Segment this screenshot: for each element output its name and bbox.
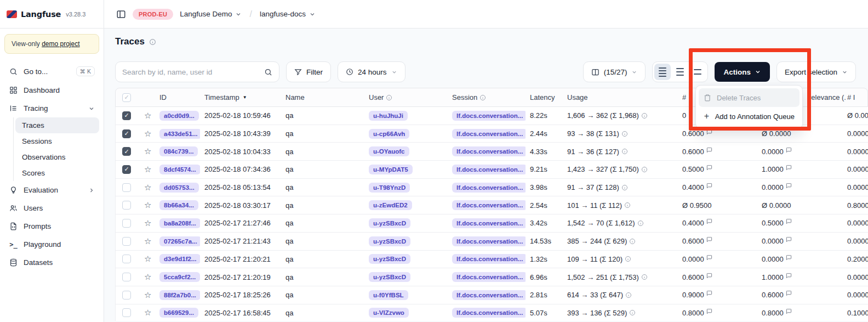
row-height-compact-button[interactable] xyxy=(654,64,671,80)
org-switcher[interactable]: Langfuse Demo xyxy=(180,10,242,18)
user-id-badge[interactable]: u-yzSBxcD xyxy=(369,236,410,246)
star-icon[interactable]: ☆ xyxy=(144,146,151,156)
row-checkbox[interactable]: ✓ xyxy=(122,129,131,138)
col-header-id[interactable]: ID xyxy=(155,93,200,101)
comment-icon[interactable] xyxy=(786,309,792,314)
row-height-medium-button[interactable] xyxy=(672,64,688,80)
session-id-badge[interactable]: lf.docs.conversation... xyxy=(452,165,526,174)
info-icon[interactable] xyxy=(621,184,628,191)
trace-row[interactable]: ☆b669529...2025-02-17 16:58:45qau-VIZzvw… xyxy=(115,304,868,321)
info-icon[interactable] xyxy=(625,256,631,262)
comment-icon[interactable] xyxy=(786,237,792,242)
trace-id-badge[interactable]: 5cca9cf2... xyxy=(159,272,200,282)
sidebar-item-playground[interactable]: >_ Playground xyxy=(4,235,99,253)
trace-id-badge[interactable]: 084c739... xyxy=(159,146,198,156)
star-icon[interactable]: ☆ xyxy=(144,111,151,121)
comment-icon[interactable] xyxy=(786,219,792,224)
trace-row[interactable]: ✓☆8dcf4574...2025-02-18 07:34:36qau-MYpD… xyxy=(115,161,868,179)
trace-id-badge[interactable]: d3e9d1f2... xyxy=(159,254,200,264)
trace-id-badge[interactable]: b669529... xyxy=(159,308,198,318)
row-checkbox[interactable] xyxy=(122,201,131,210)
star-icon[interactable]: ☆ xyxy=(144,129,151,139)
comment-icon[interactable] xyxy=(706,165,712,171)
goto-search[interactable]: Go to... ⌘ K xyxy=(4,61,99,81)
sort-desc-icon[interactable]: ▼ xyxy=(243,95,247,100)
star-icon[interactable]: ☆ xyxy=(144,183,151,193)
info-icon[interactable] xyxy=(479,94,486,101)
session-id-badge[interactable]: lf.docs.conversation... xyxy=(452,254,526,264)
sidebar-item-traces[interactable]: Traces xyxy=(15,117,99,133)
menu-item-delete-traces[interactable]: Delete Traces xyxy=(699,88,800,107)
user-id-badge[interactable]: u-VIZzvwo xyxy=(369,308,409,318)
comment-icon[interactable] xyxy=(706,148,712,153)
comment-icon[interactable] xyxy=(786,148,792,153)
row-checkbox[interactable] xyxy=(122,273,131,281)
user-id-badge[interactable]: u-MYpDAT5 xyxy=(369,165,413,174)
star-icon[interactable]: ☆ xyxy=(144,236,151,246)
star-icon[interactable]: ☆ xyxy=(144,290,151,300)
star-icon[interactable]: ☆ xyxy=(144,200,151,210)
star-icon[interactable]: ☆ xyxy=(144,272,151,282)
trace-id-badge[interactable]: 8dcf4574... xyxy=(159,165,200,174)
star-icon[interactable]: ☆ xyxy=(144,218,151,228)
comment-icon[interactable] xyxy=(786,165,792,171)
trace-row[interactable]: ☆88f2a7b0...2025-02-17 18:25:26qau-f0YfB… xyxy=(115,286,868,304)
comment-icon[interactable] xyxy=(786,273,792,279)
user-id-badge[interactable]: u-yzSBxcD xyxy=(369,254,410,264)
search-icon[interactable] xyxy=(264,68,272,76)
project-switcher[interactable]: langfuse-docs xyxy=(260,10,316,18)
sidebar-item-dashboard[interactable]: Dashboard xyxy=(4,81,99,99)
comment-icon[interactable] xyxy=(706,183,712,189)
session-id-badge[interactable]: lf.docs.conversation... xyxy=(452,272,526,282)
info-icon[interactable] xyxy=(625,292,632,298)
comment-icon[interactable] xyxy=(706,309,712,314)
row-checkbox[interactable]: ✓ xyxy=(122,165,131,174)
row-checkbox[interactable] xyxy=(122,183,131,192)
session-id-badge[interactable]: lf.docs.conversation... xyxy=(452,218,526,228)
trace-id-badge[interactable]: 07265c7a... xyxy=(159,236,200,246)
info-icon[interactable] xyxy=(629,238,636,245)
session-id-badge[interactable]: lf.docs.conversation... xyxy=(452,290,526,300)
info-icon[interactable] xyxy=(641,166,648,173)
info-icon[interactable] xyxy=(641,112,648,119)
time-range-button[interactable]: 24 hours xyxy=(338,61,406,82)
user-id-badge[interactable]: u-zEwdED2 xyxy=(369,200,412,210)
trace-row[interactable]: ☆dd05753...2025-02-18 05:13:54qau-T98Ynz… xyxy=(115,179,868,197)
user-id-badge[interactable]: u-T98YnzD xyxy=(369,183,410,193)
col-header-usage[interactable]: Usage xyxy=(563,93,678,101)
column-visibility-button[interactable]: (15/27) xyxy=(583,61,646,82)
info-icon[interactable] xyxy=(624,202,631,208)
row-checkbox[interactable] xyxy=(122,291,131,300)
row-checkbox[interactable] xyxy=(122,255,131,263)
session-id-badge[interactable]: lf.docs.conversation... xyxy=(452,129,526,139)
info-icon[interactable] xyxy=(641,274,648,280)
comment-icon[interactable] xyxy=(786,255,792,261)
info-icon[interactable] xyxy=(386,94,392,101)
user-id-badge[interactable]: u-cp66Avh xyxy=(369,129,409,139)
user-id-badge[interactable]: u-huJhuJi xyxy=(369,111,408,121)
info-icon[interactable] xyxy=(621,148,628,155)
col-header-name[interactable]: Name xyxy=(281,93,364,101)
sidebar-item-scores[interactable]: Scores xyxy=(15,165,99,181)
comment-icon[interactable] xyxy=(706,291,712,296)
row-checkbox[interactable] xyxy=(122,237,131,246)
trace-row[interactable]: ☆8b66a34...2025-02-18 03:30:17qau-zEwdED… xyxy=(115,196,868,214)
export-selection-button[interactable]: Export selection xyxy=(776,61,856,82)
demo-project-link[interactable]: demo project xyxy=(42,40,79,48)
comment-icon[interactable] xyxy=(786,183,792,189)
row-checkbox[interactable]: ✓ xyxy=(122,147,131,156)
trace-row[interactable]: ☆07265c7a...2025-02-17 21:21:43qau-yzSBx… xyxy=(115,233,868,251)
sidebar-item-prompts[interactable]: Prompts xyxy=(4,217,99,235)
user-id-badge[interactable]: u-yzSBxcD xyxy=(369,272,410,282)
select-all-checkbox[interactable]: ✓ xyxy=(122,93,131,102)
star-icon[interactable]: ☆ xyxy=(144,254,151,264)
session-id-badge[interactable]: lf.docs.conversation... xyxy=(452,236,526,246)
trace-id-badge[interactable]: ba8a208f... xyxy=(159,218,200,228)
trace-row[interactable]: ✓☆084c739...2025-02-18 10:04:33qau-OYauo… xyxy=(115,143,868,161)
trace-row[interactable]: ☆5cca9cf2...2025-02-17 21:20:19qau-yzSBx… xyxy=(115,268,868,286)
col-header-relevance[interactable]: relevance (... xyxy=(803,93,846,101)
sidebar-toggle-icon[interactable] xyxy=(116,9,126,19)
trace-id-badge[interactable]: a0cd0d9... xyxy=(159,111,199,121)
actions-button[interactable]: Actions xyxy=(715,62,770,82)
comment-icon[interactable] xyxy=(706,237,712,242)
